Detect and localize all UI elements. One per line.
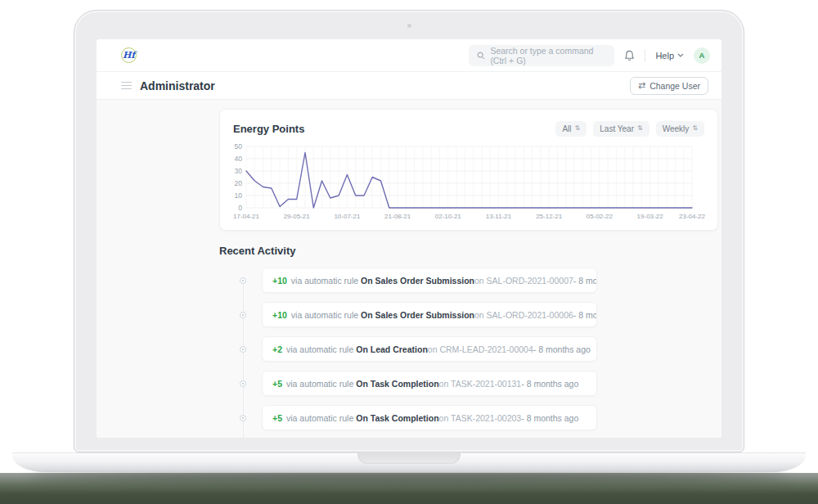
svg-text:19-03-22: 19-03-22	[637, 213, 664, 220]
activity-item: +5 via automatic rule On Task Completion…	[219, 371, 718, 396]
search-icon	[477, 52, 485, 60]
document-name: on TASK-2021-00131	[439, 379, 522, 389]
energy-points-card: Energy Points All⇅Last Year⇅Weekly⇅ 0102…	[219, 109, 718, 231]
timeline-dot-icon	[240, 415, 246, 421]
activity-card[interactable]: +5 via automatic rule On Task Completion…	[262, 371, 597, 396]
activity-item: +5 via automatic rule On Task Completion…	[219, 405, 718, 430]
app-logo[interactable]: Hf	[121, 47, 137, 63]
recent-activity-title: Recent Activity	[219, 245, 718, 257]
notifications-button[interactable]	[624, 50, 635, 61]
sort-caret-icon: ⇅	[692, 125, 698, 132]
via-text: via automatic rule	[286, 413, 353, 423]
svg-text:02-10-21: 02-10-21	[435, 213, 462, 220]
document-name: on SAL-ORD-2021-00007	[474, 276, 573, 286]
swap-icon: ⇄	[638, 81, 645, 90]
points-value: +10	[272, 276, 287, 286]
rule-name: On Sales Order Submission	[361, 310, 474, 320]
activity-item: +10 via automatic rule On Sales Order Su…	[219, 302, 718, 327]
activity-card[interactable]: +10 via automatic rule On Sales Order Su…	[262, 302, 597, 327]
laptop-shadow	[29, 471, 789, 481]
svg-text:17-04-21: 17-04-21	[233, 213, 260, 220]
screen: Hf Search or type a command (Ctrl + G)	[97, 39, 721, 438]
main-content: Energy Points All⇅Last Year⇅Weekly⇅ 0102…	[97, 100, 721, 438]
activity-timeline: +10 via automatic rule On Sales Order Su…	[219, 268, 718, 430]
svg-text:30: 30	[235, 167, 243, 175]
help-dropdown[interactable]: Help	[655, 51, 684, 61]
chart-filters: All⇅Last Year⇅Weekly⇅	[555, 121, 704, 137]
svg-text:0: 0	[238, 204, 242, 212]
points-value: +5	[272, 379, 282, 389]
document-name: on CRM-LEAD-2021-00004	[428, 344, 533, 354]
rule-name: On Task Completion	[356, 413, 438, 423]
activity-card[interactable]: +5 via automatic rule On Task Completion…	[262, 405, 597, 430]
svg-text:10-07-21: 10-07-21	[334, 213, 361, 220]
timestamp: - 8 months ago	[533, 344, 591, 354]
page-head: Administrator ⇄ Change User	[97, 72, 721, 100]
laptop-lid: Hf Search or type a command (Ctrl + G)	[74, 10, 744, 452]
svg-text:40: 40	[235, 155, 243, 163]
timeline-dot-icon	[240, 277, 246, 284]
sort-caret-icon: ⇅	[575, 125, 581, 132]
points-value: +5	[272, 413, 282, 423]
svg-text:25-12-21: 25-12-21	[536, 213, 563, 220]
timestamp: - 8 months ago	[573, 276, 597, 286]
svg-text:50: 50	[235, 142, 243, 151]
points-value: +2	[272, 344, 282, 354]
filter-label: Last Year	[600, 124, 634, 133]
avatar-letter: A	[699, 51, 705, 60]
activity-card[interactable]: +2 via automatic rule On Lead Creation o…	[262, 336, 597, 362]
via-text: via automatic rule	[286, 344, 353, 354]
chart-title: Energy Points	[233, 123, 304, 135]
change-user-label: Change User	[649, 81, 700, 91]
svg-text:05-02-22: 05-02-22	[587, 213, 614, 220]
timeline-dot-icon	[240, 312, 246, 318]
page-title: Administrator	[140, 79, 215, 92]
logo-glyph: Hf	[123, 51, 135, 60]
camera-dot	[407, 24, 411, 28]
svg-text:10: 10	[235, 191, 243, 200]
via-text: via automatic rule	[286, 379, 353, 389]
svg-text:23-04-22: 23-04-22	[679, 213, 706, 220]
svg-text:13-11-21: 13-11-21	[486, 213, 512, 220]
timestamp: - 8 months ago	[573, 310, 597, 320]
bell-icon	[624, 50, 635, 61]
document-name: on SAL-ORD-2021-00006	[474, 310, 573, 320]
activity-item: +10 via automatic rule On Sales Order Su…	[219, 268, 718, 293]
energy-points-chart: 0102030405017-04-2129-05-2110-07-2121-08…	[233, 137, 706, 225]
timestamp: - 8 months ago	[521, 379, 578, 389]
timeline-dot-icon	[240, 346, 246, 353]
rule-name: On Sales Order Submission	[361, 276, 474, 286]
search-input[interactable]: Search or type a command (Ctrl + G)	[469, 45, 614, 66]
rule-name: On Task Completion	[356, 379, 438, 389]
activity-card[interactable]: +10 via automatic rule On Sales Order Su…	[262, 268, 597, 293]
menu-icon[interactable]	[121, 82, 132, 90]
chart-filter-weekly[interactable]: Weekly⇅	[656, 121, 704, 137]
chart-filter-all[interactable]: All⇅	[555, 121, 587, 137]
timestamp: - 8 months ago	[521, 413, 578, 423]
change-user-button[interactable]: ⇄ Change User	[630, 77, 708, 95]
help-label: Help	[655, 51, 674, 61]
svg-text:21-08-21: 21-08-21	[384, 213, 411, 220]
avatar[interactable]: A	[694, 47, 710, 64]
sort-caret-icon: ⇅	[637, 125, 643, 132]
activity-item: +2 via automatic rule On Lead Creation o…	[219, 336, 718, 362]
svg-text:20: 20	[235, 179, 243, 187]
chart-filter-last-year[interactable]: Last Year⇅	[593, 121, 649, 137]
laptop-base	[12, 452, 806, 472]
via-text: via automatic rule	[291, 276, 358, 286]
rule-name: On Lead Creation	[356, 344, 428, 354]
filter-label: Weekly	[663, 124, 690, 133]
document-name: on TASK-2021-00203	[439, 413, 522, 423]
svg-text:29-05-21: 29-05-21	[284, 213, 311, 220]
laptop-notch	[357, 453, 461, 464]
via-text: via automatic rule	[291, 310, 358, 320]
chevron-down-icon	[677, 53, 684, 57]
nav-divider	[645, 49, 645, 62]
navbar: Hf Search or type a command (Ctrl + G)	[97, 39, 721, 72]
timeline-dot-icon	[240, 380, 246, 387]
filter-label: All	[562, 124, 571, 133]
search-placeholder: Search or type a command (Ctrl + G)	[490, 46, 606, 65]
points-value: +10	[272, 310, 287, 320]
